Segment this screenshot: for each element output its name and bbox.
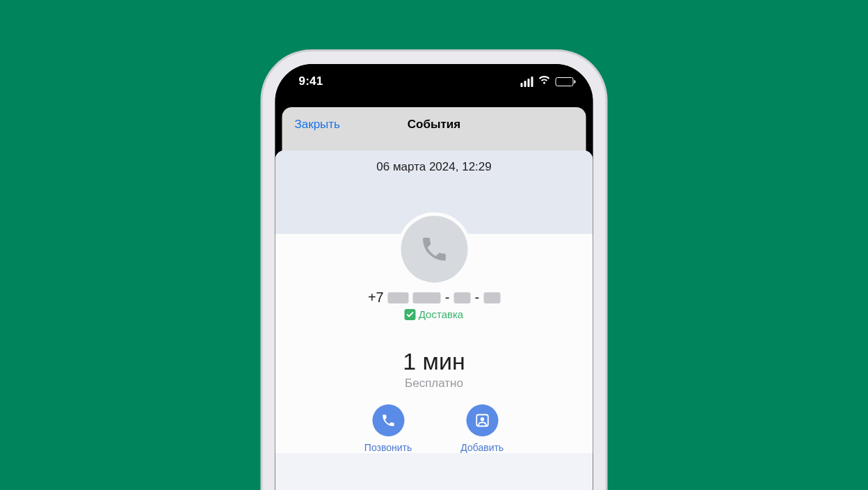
phone-icon: [372, 404, 404, 436]
close-button[interactable]: Закрыть: [295, 118, 340, 132]
battery-icon: [556, 77, 574, 86]
add-contact-button[interactable]: Добавить: [460, 404, 504, 453]
tag-row: Доставка: [275, 308, 593, 320]
status-icons: [521, 75, 574, 88]
cellular-icon: [521, 77, 533, 87]
call-duration: 1 мин: [275, 348, 593, 375]
nav-bar: Закрыть События: [282, 107, 586, 142]
add-label: Добавить: [460, 442, 504, 453]
check-icon: [405, 309, 416, 320]
redacted-segment: [453, 292, 470, 303]
redacted-segment: [413, 292, 441, 303]
call-button[interactable]: Позвонить: [364, 404, 412, 453]
phone-number: +7 - -: [275, 290, 593, 306]
call-label: Позвонить: [364, 442, 412, 453]
redacted-segment: [388, 292, 409, 303]
event-detail-sheet: 06 марта 2024, 12:29 +7 - -: [275, 150, 593, 490]
phone-handset-icon: [419, 234, 449, 264]
contact-icon: [466, 404, 498, 436]
phone-prefix: +7: [368, 290, 384, 306]
status-time: 9:41: [299, 74, 323, 88]
redacted-segment: [483, 292, 500, 303]
status-bar: 9:41: [275, 64, 593, 99]
action-row: Позвонить Добавить: [275, 404, 593, 453]
caller-avatar: [401, 216, 467, 283]
separator: -: [474, 290, 479, 306]
wifi-icon: [538, 75, 551, 88]
separator: -: [445, 290, 450, 306]
svg-point-1: [480, 417, 484, 421]
call-cost: Бесплатно: [275, 377, 593, 390]
tag-label: Доставка: [419, 308, 463, 320]
event-datetime: 06 марта 2024, 12:29: [275, 150, 593, 184]
phone-frame: 9:41 Закрыть События 06 марта 2024, 12:: [263, 52, 606, 490]
black-bg: Закрыть События 06 марта 2024, 12:29 +7 …: [275, 99, 593, 490]
phone-screen: 9:41 Закрыть События 06 марта 2024, 12:: [275, 64, 593, 490]
